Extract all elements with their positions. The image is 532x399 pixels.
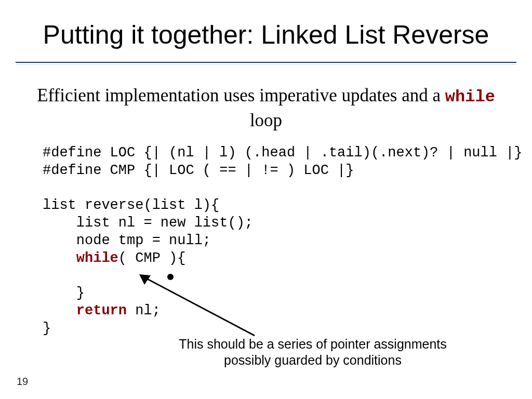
code-text: nl; — [127, 303, 161, 318]
placeholder-line — [43, 268, 51, 283]
code-line: } — [43, 285, 85, 301]
code-line: #define LOC {| (nl | l) (.head | .tail)(… — [43, 145, 523, 161]
subtitle: Efficient implementation uses imperative… — [31, 83, 501, 132]
code-indent — [43, 303, 76, 318]
code-line: list nl = new list(); — [43, 215, 253, 231]
code-line: list reverse(list l){ — [43, 197, 219, 213]
code-line: } — [43, 321, 51, 336]
page-number: 19 — [17, 376, 28, 388]
slide: Putting it together: Linked List Reverse… — [0, 0, 532, 399]
code-line: #define CMP {| LOC ( == | != ) LOC |} — [43, 163, 354, 178]
slide-title: Putting it together: Linked List Reverse — [16, 20, 516, 50]
bullet-icon — [167, 274, 174, 280]
annotation-line: possibly guarded by conditions — [224, 353, 402, 367]
while-keyword: while — [445, 87, 495, 107]
while-keyword: while — [76, 250, 118, 266]
code-indent — [43, 250, 76, 266]
return-keyword: return — [76, 303, 127, 318]
code-block: #define LOC {| (nl | l) (.head | .tail)(… — [43, 144, 523, 337]
subtitle-text-pre: Efficient implementation uses imperative… — [37, 85, 445, 105]
annotation: This should be a series of pointer assig… — [135, 336, 490, 369]
code-text: ( CMP ){ — [118, 250, 186, 266]
annotation-line: This should be a series of pointer assig… — [179, 337, 447, 351]
subtitle-text-post: loop — [250, 110, 282, 130]
title-rule — [16, 62, 516, 64]
code-line: node tmp = null; — [43, 233, 211, 248]
